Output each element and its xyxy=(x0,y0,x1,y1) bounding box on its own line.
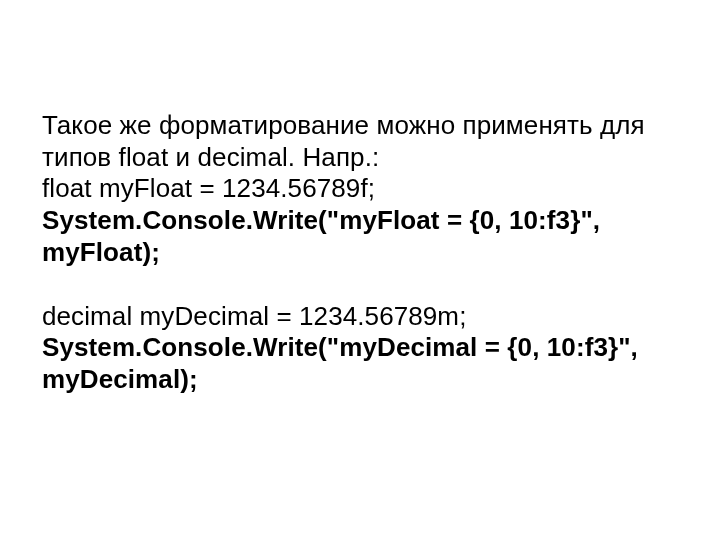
code-float-write-2: myFloat); xyxy=(42,237,672,269)
code-decimal-write: System.Console.Write("myDecimal = {0, 10… xyxy=(42,332,672,395)
text-intro: Такое же форматирование можно применять … xyxy=(42,110,672,173)
code-float-decl: float myFloat = 1234.56789f; xyxy=(42,173,672,205)
code-float-write-1: System.Console.Write("myFloat = {0, 10:f… xyxy=(42,205,672,237)
blank-line xyxy=(42,269,672,301)
slide-content: Такое же форматирование можно применять … xyxy=(0,0,720,540)
code-decimal-decl: decimal myDecimal = 1234.56789m; xyxy=(42,301,672,333)
